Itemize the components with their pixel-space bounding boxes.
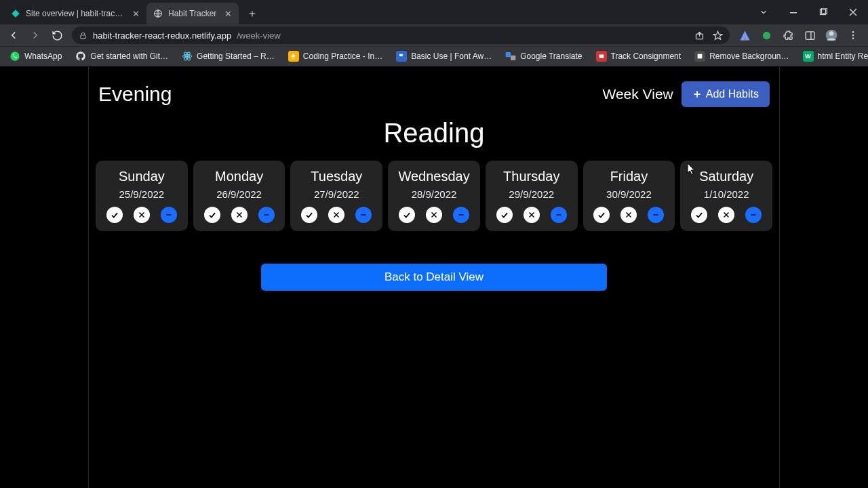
address-bar[interactable]: habit-tracker-react-redux.netlify.app/we… bbox=[72, 26, 730, 44]
netlify-icon bbox=[11, 9, 20, 18]
bookmark-label: WhatsApp bbox=[24, 52, 62, 61]
mark-none-button[interactable] bbox=[648, 207, 664, 223]
bookmark-coding[interactable]: Coding Practice - In… bbox=[284, 49, 387, 64]
globe-icon bbox=[153, 9, 163, 18]
side-panel-icon[interactable] bbox=[800, 26, 819, 45]
svg-point-20 bbox=[852, 37, 854, 39]
profile-avatar[interactable] bbox=[822, 26, 841, 45]
extensions-icon[interactable] bbox=[778, 26, 797, 45]
week-view-link[interactable]: Week View bbox=[602, 86, 673, 102]
tabstrip: Site overview | habit-tracker-reac ✕ Hab… bbox=[4, 0, 262, 24]
close-icon[interactable]: ✕ bbox=[224, 9, 232, 19]
week-row: Sunday 25/9/2022 Monday 26/9/2022 bbox=[96, 161, 772, 231]
mark-done-button[interactable] bbox=[691, 207, 707, 223]
mark-undone-button[interactable] bbox=[231, 207, 248, 223]
bookmark-removebg[interactable]: Remove Backgroun… bbox=[690, 49, 793, 64]
browser-toolbar: habit-tracker-react-redux.netlify.app/we… bbox=[0, 24, 868, 46]
day-card: Tuesday 27/9/2022 bbox=[290, 161, 382, 231]
habit-title: Reading bbox=[96, 118, 772, 148]
svg-rect-26 bbox=[506, 52, 511, 57]
mark-none-button[interactable] bbox=[745, 207, 762, 223]
bolt-icon bbox=[288, 51, 299, 62]
day-card: Wednesday 28/9/2022 bbox=[388, 161, 480, 231]
mark-undone-button[interactable] bbox=[426, 207, 442, 223]
bookmark-label: Google Translate bbox=[520, 52, 582, 61]
mark-none-button[interactable] bbox=[258, 207, 275, 223]
extension-dot-icon[interactable] bbox=[757, 26, 776, 45]
react-icon bbox=[182, 51, 193, 62]
svg-marker-0 bbox=[12, 9, 20, 18]
day-date: 29/9/2022 bbox=[490, 188, 574, 200]
bookmark-track[interactable]: Track Consignment bbox=[592, 49, 686, 64]
page-viewport: Evening Week View Add Habits Reading Sun… bbox=[0, 66, 868, 488]
w3-icon: W bbox=[803, 51, 814, 62]
mark-done-button[interactable] bbox=[399, 207, 415, 223]
status-icons bbox=[392, 207, 476, 223]
chevron-down-icon[interactable] bbox=[749, 0, 778, 24]
new-tab-button[interactable]: ＋ bbox=[243, 4, 262, 23]
bookmark-react[interactable]: Getting Started – R… bbox=[178, 49, 279, 64]
kebab-menu-icon[interactable] bbox=[844, 26, 863, 45]
bookmark-htmlentity[interactable]: W html Entity Referen… bbox=[799, 49, 868, 64]
translate-icon bbox=[505, 51, 516, 62]
day-date: 1/10/2022 bbox=[684, 188, 768, 200]
mark-done-button[interactable] bbox=[593, 207, 610, 223]
svg-rect-2 bbox=[790, 12, 797, 14]
forward-button[interactable] bbox=[26, 26, 45, 45]
browser-titlebar: Site overview | habit-tracker-reac ✕ Hab… bbox=[0, 0, 868, 24]
url-host: habit-tracker-react-redux.netlify.app bbox=[93, 30, 231, 41]
flag-icon bbox=[396, 51, 407, 62]
mark-undone-button[interactable] bbox=[328, 207, 344, 223]
reload-button[interactable] bbox=[47, 26, 66, 45]
tab-site-overview[interactable]: Site overview | habit-tracker-reac ✕ bbox=[4, 3, 146, 24]
star-icon[interactable] bbox=[713, 30, 723, 41]
mark-none-button[interactable] bbox=[355, 207, 372, 223]
svg-point-19 bbox=[852, 35, 854, 37]
close-icon[interactable]: ✕ bbox=[132, 9, 140, 19]
whatsapp-icon bbox=[9, 51, 20, 62]
bookmark-github[interactable]: Get started with Git… bbox=[71, 49, 172, 64]
maximize-button[interactable] bbox=[808, 0, 838, 24]
status-icons bbox=[684, 207, 768, 223]
bookmark-fontawesome[interactable]: Basic Use | Font Aw… bbox=[392, 49, 496, 64]
mark-none-button[interactable] bbox=[161, 207, 177, 223]
tab-habit-tracker[interactable]: Habit Tracker ✕ bbox=[146, 3, 239, 24]
share-icon[interactable] bbox=[694, 30, 705, 41]
svg-rect-29 bbox=[698, 54, 703, 59]
tab-label: Habit Tracker bbox=[168, 9, 216, 18]
close-button[interactable] bbox=[838, 0, 868, 24]
url-path: /week-view bbox=[237, 30, 280, 41]
bookmark-label: Coding Practice - In… bbox=[303, 52, 382, 61]
day-of-week: Sunday bbox=[100, 169, 184, 184]
devtools-icon[interactable] bbox=[735, 26, 754, 45]
mark-done-button[interactable] bbox=[301, 207, 317, 223]
mark-undone-button[interactable] bbox=[620, 207, 637, 223]
back-to-detail-button[interactable]: Back to Detail View bbox=[261, 264, 607, 291]
bookmark-label: Track Consignment bbox=[611, 52, 682, 61]
back-button[interactable] bbox=[4, 26, 23, 45]
mark-undone-button[interactable] bbox=[134, 207, 150, 223]
minimize-button[interactable] bbox=[778, 0, 808, 24]
svg-point-13 bbox=[762, 31, 770, 39]
section-title: Evening bbox=[98, 83, 172, 106]
svg-point-17 bbox=[829, 31, 834, 36]
bookmarks-bar: WhatsApp Get started with Git… Getting S… bbox=[0, 46, 868, 66]
bookmark-whatsapp[interactable]: WhatsApp bbox=[5, 49, 66, 64]
mark-done-button[interactable] bbox=[106, 207, 123, 223]
mark-none-button[interactable] bbox=[453, 207, 469, 223]
removebg-icon bbox=[694, 51, 705, 62]
plus-icon bbox=[692, 89, 702, 99]
bookmark-label: Getting Started – R… bbox=[197, 52, 275, 61]
svg-rect-28 bbox=[599, 55, 604, 58]
mark-done-button[interactable] bbox=[496, 207, 513, 223]
bookmark-translate[interactable]: Google Translate bbox=[501, 49, 586, 64]
mark-done-button[interactable] bbox=[204, 207, 220, 223]
day-card: Saturday 1/10/2022 bbox=[680, 161, 772, 231]
day-date: 25/9/2022 bbox=[100, 188, 184, 200]
mark-undone-button[interactable] bbox=[524, 207, 540, 223]
day-card: Sunday 25/9/2022 bbox=[96, 161, 188, 231]
mark-undone-button[interactable] bbox=[718, 207, 734, 223]
add-habits-button[interactable]: Add Habits bbox=[682, 81, 770, 107]
mark-none-button[interactable] bbox=[551, 207, 567, 223]
day-card: Monday 26/9/2022 bbox=[193, 161, 285, 231]
